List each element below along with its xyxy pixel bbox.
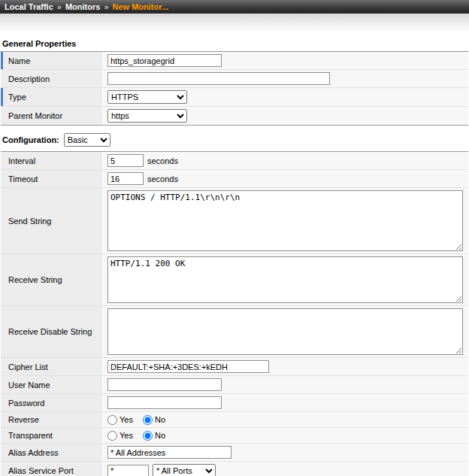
transparent-label-cell: Transparent — [1, 428, 103, 443]
row-send-string: Send String OPTIONS / HTTP/1.1\r\n\r\n — [1, 188, 468, 254]
alias-address-label: Alias Address — [8, 448, 59, 457]
timeout-unit: seconds — [147, 174, 178, 183]
general-properties-title: General Properties — [2, 39, 468, 48]
reverse-yes-option[interactable]: Yes — [107, 415, 133, 425]
row-parent-monitor: Parent Monitor https — [1, 107, 468, 125]
reverse-no-option[interactable]: No — [143, 415, 165, 425]
user-name-input[interactable] — [107, 378, 222, 391]
row-receive-string: Receive String HTTP/1.1 200 OK — [1, 254, 468, 306]
cipher-list-label: Cipher List — [8, 362, 48, 371]
password-label: Password — [8, 399, 44, 408]
transparent-no-option[interactable]: No — [143, 431, 165, 441]
parent-monitor-select[interactable]: https — [107, 109, 187, 123]
description-label-cell: Description — [1, 70, 103, 87]
timeout-input[interactable] — [107, 172, 144, 185]
name-label-cell: Name — [1, 52, 103, 69]
user-name-label: User Name — [8, 380, 50, 390]
general-properties-table: Name Description Type HTTPS — [1, 51, 468, 126]
row-user-name: User Name — [1, 376, 468, 394]
send-string-textarea[interactable]: OPTIONS / HTTP/1.1\r\n\r\n — [107, 190, 463, 251]
receive-string-label: Receive String — [8, 275, 62, 284]
transparent-yes-label: Yes — [120, 431, 133, 440]
reverse-no-label: No — [155, 415, 165, 424]
user-name-label-cell: User Name — [1, 376, 103, 393]
configuration-bar: Configuration: Basic — [2, 133, 468, 147]
row-transparent: Transparent Yes No — [1, 428, 468, 444]
type-label-cell: Type — [1, 88, 103, 106]
alias-service-port-select[interactable]: * All Ports — [153, 464, 216, 476]
row-name: Name — [1, 52, 468, 70]
row-password: Password — [1, 394, 468, 412]
row-type: Type HTTPS — [1, 88, 468, 107]
reverse-label-cell: Reverse — [1, 412, 103, 427]
configuration-label: Configuration: — [2, 135, 59, 144]
configuration-mode-select[interactable]: Basic — [64, 133, 110, 147]
transparent-yes-radio[interactable] — [107, 431, 117, 441]
cipher-list-input[interactable] — [107, 360, 269, 373]
send-string-label-cell: Send String — [1, 188, 103, 253]
alias-service-port-label-cell: Alias Service Port — [1, 462, 103, 476]
transparent-no-radio[interactable] — [143, 431, 153, 441]
type-label: Type — [8, 92, 26, 102]
transparent-no-label: No — [155, 431, 165, 440]
row-reverse: Reverse Yes No — [1, 412, 468, 428]
breadcrumb-separator: » — [104, 2, 108, 11]
timeout-label-cell: Timeout — [1, 170, 103, 187]
receive-disable-string-label-cell: Receive Disable String — [1, 306, 103, 357]
type-select[interactable]: HTTPS — [107, 90, 187, 104]
receive-string-textarea[interactable]: HTTP/1.1 200 OK — [107, 256, 463, 303]
main-content: General Properties Name Description Type — [0, 32, 469, 476]
description-label: Description — [8, 74, 50, 83]
row-timeout: Timeout seconds — [1, 170, 468, 188]
breadcrumb-current: New Monitor... — [113, 2, 169, 11]
breadcrumb-local-traffic[interactable]: Local Traffic — [5, 2, 53, 11]
cipher-list-label-cell: Cipher List — [1, 358, 103, 375]
interval-unit: seconds — [147, 156, 178, 165]
alias-service-port-label: Alias Service Port — [8, 466, 74, 475]
parent-monitor-label-cell: Parent Monitor — [1, 107, 103, 125]
row-alias-address: Alias Address — [1, 444, 468, 462]
header-band — [0, 14, 469, 32]
interval-label-cell: Interval — [1, 152, 103, 169]
timeout-label: Timeout — [8, 174, 38, 183]
reverse-label: Reverse — [8, 415, 39, 424]
alias-address-input[interactable] — [107, 446, 231, 459]
description-input[interactable] — [107, 72, 330, 85]
row-interval: Interval seconds — [1, 152, 468, 170]
receive-disable-string-label: Receive Disable String — [8, 327, 92, 336]
breadcrumb-monitors[interactable]: Monitors — [65, 2, 100, 11]
breadcrumb: Local Traffic » Monitors » New Monitor..… — [0, 0, 469, 14]
interval-input[interactable] — [107, 154, 144, 167]
receive-string-label-cell: Receive String — [1, 254, 103, 305]
parent-monitor-label: Parent Monitor — [8, 111, 62, 120]
transparent-label: Transparent — [8, 431, 53, 440]
send-string-label: Send String — [8, 217, 51, 226]
name-label: Name — [8, 56, 30, 65]
password-label-cell: Password — [1, 394, 103, 411]
row-description: Description — [1, 70, 468, 88]
reverse-yes-label: Yes — [120, 415, 133, 424]
alias-service-port-input[interactable] — [107, 465, 149, 476]
transparent-yes-option[interactable]: Yes — [107, 431, 133, 441]
password-input[interactable] — [107, 396, 222, 409]
interval-label: Interval — [8, 156, 35, 165]
row-alias-service-port: Alias Service Port * All Ports — [1, 462, 468, 476]
breadcrumb-separator: » — [57, 2, 62, 11]
receive-disable-string-textarea[interactable] — [107, 308, 463, 355]
row-receive-disable-string: Receive Disable String — [1, 306, 468, 358]
configuration-table: Interval seconds Timeout seconds Send St… — [1, 151, 468, 476]
reverse-yes-radio[interactable] — [107, 415, 117, 425]
row-cipher-list: Cipher List — [1, 358, 468, 376]
reverse-no-radio[interactable] — [143, 415, 153, 425]
name-input[interactable] — [107, 54, 222, 67]
alias-address-label-cell: Alias Address — [1, 444, 103, 461]
